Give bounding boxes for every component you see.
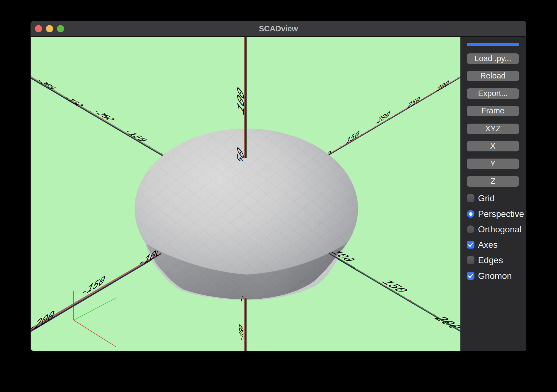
svg-text:300: 300 <box>435 78 450 95</box>
svg-text:250: 250 <box>406 94 422 112</box>
svg-text:-200: -200 <box>31 307 57 338</box>
svg-text:150: 150 <box>376 280 412 293</box>
svg-text:-150: -150 <box>119 130 150 142</box>
svg-text:200: 200 <box>375 109 392 127</box>
svg-text:-150: -150 <box>238 322 245 346</box>
svg-text:-250: -250 <box>59 96 87 107</box>
svg-text:200: 200 <box>428 316 460 330</box>
svg-text:-300: -300 <box>33 79 59 89</box>
